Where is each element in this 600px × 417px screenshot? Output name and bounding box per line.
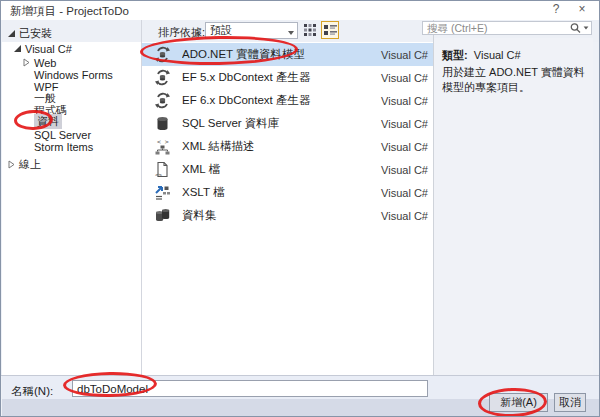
sidebar-group-installed[interactable]: 已安裝	[7, 27, 52, 40]
template-language: Visual C#	[381, 141, 428, 153]
sidebar-item-storm-items[interactable]: Storm Items	[34, 140, 93, 153]
pane-divider-right	[433, 20, 434, 375]
sidebar-group-online[interactable]: 線上	[7, 158, 41, 171]
template-name: XML 結構描述	[182, 139, 381, 154]
type-label: 類型:	[442, 49, 468, 61]
entity-model-icon	[154, 69, 171, 86]
add-button[interactable]: 新增(A)	[489, 393, 548, 412]
template-name: SQL Server 資料庫	[182, 116, 381, 131]
list-item-xml-file[interactable]: <> XML 檔 Visual C#	[142, 158, 433, 181]
xml-schema-icon: < >	[154, 138, 171, 155]
svg-text:< >: < >	[157, 138, 169, 146]
template-name: 資料集	[182, 208, 381, 223]
template-description: 用於建立 ADO.NET 實體資料模型的專案項目。	[442, 65, 588, 95]
sidebar-item-data[interactable]: 資料	[34, 115, 62, 128]
template-language: Visual C#	[381, 95, 428, 107]
list-view-icon	[324, 24, 337, 36]
sidebar-item-label: 資料	[34, 114, 62, 129]
template-name: EF 6.x DbContext 產生器	[182, 93, 381, 108]
list-item-dataset[interactable]: 資料集 Visual C#	[142, 204, 433, 227]
list-item-xml-schema[interactable]: < > XML 結構描述 Visual C#	[142, 135, 433, 158]
list-item-ef5-dbcontext[interactable]: EF 5.x DbContext 產生器 Visual C#	[142, 66, 433, 89]
dialog-footer: 名稱(N): 新增(A) 取消	[2, 376, 600, 417]
search-options-chevron-icon[interactable]	[584, 26, 589, 29]
list-view-button[interactable]	[321, 21, 339, 39]
template-language: Visual C#	[381, 118, 428, 130]
small-icons-view-button[interactable]	[301, 21, 319, 39]
template-language: Visual C#	[381, 210, 428, 222]
add-new-item-dialog: 新增項目 - ProjectToDo ? × 類型: Visual C# 用於建…	[0, 0, 600, 417]
search-box	[422, 21, 592, 35]
sidebar-item-label: SQL Server	[34, 129, 91, 141]
collapsed-triangle-icon	[7, 160, 16, 169]
chevron-down-icon	[284, 25, 297, 37]
sidebar-item-label: Visual C#	[25, 43, 72, 55]
sidebar-group-label: 已安裝	[19, 26, 52, 41]
template-language: Visual C#	[381, 49, 428, 61]
dialog-title: 新增項目 - ProjectToDo	[10, 4, 129, 19]
type-value: Visual C#	[474, 49, 521, 61]
entity-model-icon	[154, 46, 171, 63]
expanded-triangle-icon	[13, 44, 22, 53]
xslt-file-icon	[154, 184, 171, 201]
template-name: ADO.NET 實體資料模型	[182, 47, 381, 62]
sidebar-item-label: Web	[34, 57, 56, 69]
small-icons-view-icon	[304, 24, 316, 36]
name-label: 名稱(N):	[11, 384, 53, 399]
template-name: XSLT 檔	[182, 185, 381, 200]
expanded-triangle-icon	[7, 29, 16, 38]
search-input[interactable]	[423, 22, 569, 34]
cancel-button[interactable]: 取消	[554, 393, 586, 412]
title-bar: 新增項目 - ProjectToDo ? ×	[1, 1, 599, 20]
name-input[interactable]	[72, 380, 428, 397]
template-name: EF 5.x DbContext 產生器	[182, 70, 381, 85]
list-item-ef6-dbcontext[interactable]: EF 6.x DbContext 產生器 Visual C#	[142, 89, 433, 112]
collapsed-triangle-icon	[22, 58, 31, 67]
template-language: Visual C#	[381, 72, 428, 84]
sort-dropdown[interactable]: 預設	[205, 22, 298, 39]
template-language: Visual C#	[381, 164, 428, 176]
entity-model-icon	[154, 92, 171, 109]
xml-file-icon: <>	[154, 161, 171, 178]
close-button[interactable]: ×	[571, 2, 593, 18]
search-icon	[569, 22, 583, 34]
sort-dropdown-value: 預設	[206, 23, 284, 38]
sidebar-item-label: Storm Items	[34, 141, 93, 153]
database-icon	[154, 115, 171, 132]
list-item-xslt-file[interactable]: XSLT 檔 Visual C#	[142, 181, 433, 204]
sidebar-group-label: 線上	[19, 157, 41, 172]
sidebar-item-label: Windows Forms	[34, 69, 113, 81]
help-button[interactable]: ?	[545, 2, 567, 18]
svg-text:<>: <>	[155, 171, 163, 178]
template-name: XML 檔	[182, 162, 381, 177]
template-info-pane: 類型: Visual C# 用於建立 ADO.NET 實體資料模型的專案項目。	[434, 38, 593, 375]
sidebar-item-visual-csharp[interactable]: Visual C#	[13, 42, 72, 55]
sort-by-label: 排序依據:	[158, 25, 205, 40]
list-item-sql-server-database[interactable]: SQL Server 資料庫 Visual C#	[142, 112, 433, 135]
template-language: Visual C#	[381, 187, 428, 199]
dataset-icon	[154, 207, 171, 224]
list-item-ado-net-entity-model[interactable]: ADO.NET 實體資料模型 Visual C#	[142, 43, 433, 66]
template-type-line: 類型: Visual C#	[442, 48, 521, 63]
template-tree-pane	[2, 42, 141, 375]
